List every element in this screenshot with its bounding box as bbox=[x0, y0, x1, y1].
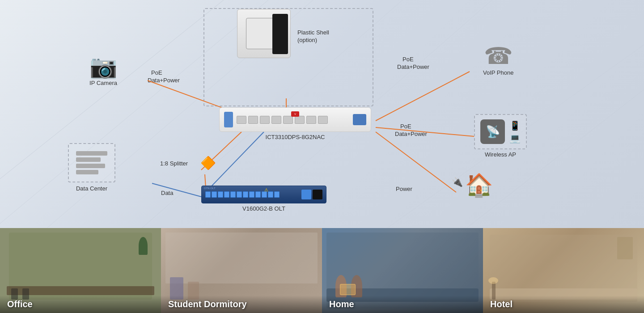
home-icon: 🏠 bbox=[465, 172, 493, 198]
voip-poe-label: PoE bbox=[402, 56, 414, 63]
dormitory-card[interactable]: Student Dormitory bbox=[161, 228, 322, 313]
wireless-ap-device: 📡 📱 💻 Wireless AP bbox=[474, 114, 527, 156]
plastic-shell-option-label: (option) bbox=[297, 37, 317, 43]
ip-camera-device: 📷 IP Camera bbox=[89, 54, 117, 86]
home-label: Home bbox=[322, 296, 483, 313]
switch-label: ICT3310DPS-8G2NAC bbox=[219, 134, 371, 140]
home-power-label: Power bbox=[396, 186, 412, 192]
office-label: Office bbox=[0, 296, 161, 313]
dormitory-label: Student Dormitory bbox=[161, 296, 322, 313]
splitter-label: 1:8 Splitter bbox=[160, 160, 188, 167]
svg-line-14 bbox=[376, 132, 456, 192]
plastic-shell-device bbox=[237, 9, 291, 58]
camera-label: IP Camera bbox=[89, 80, 117, 86]
ap-poe-label: PoE bbox=[400, 123, 411, 130]
voip-label: VoIP Phone bbox=[483, 69, 513, 76]
voip-phone-device: ☎ VoIP Phone bbox=[483, 42, 513, 76]
svg-line-15 bbox=[152, 183, 201, 197]
data-center-label: Data Center bbox=[68, 185, 115, 192]
scenario-strip: Office Student Dormitory bbox=[0, 228, 644, 313]
hotel-label: Hotel bbox=[483, 296, 644, 313]
camera-poe-label: PoE bbox=[151, 69, 162, 76]
wireless-ap-label: Wireless AP bbox=[474, 151, 527, 158]
olt-label: V1600G2-B OLT bbox=[201, 205, 326, 212]
olt-device: ⚠ OTN OLT V1600G2-B OLT bbox=[201, 186, 326, 210]
ict-switch-device: V ICT3310DPS-8G2NAC bbox=[219, 107, 371, 139]
camera-data-power-label: Data+Power bbox=[148, 77, 180, 84]
data-center-device: Data Center bbox=[68, 143, 115, 189]
power-outlet-icon: 🔌 bbox=[452, 177, 463, 187]
svg-line-12 bbox=[376, 72, 470, 121]
voip-data-power-label: Data+Power bbox=[397, 63, 429, 70]
data-label: Data bbox=[161, 190, 173, 196]
plastic-shell-label: Plastic Shell bbox=[297, 29, 329, 36]
splitter-icon: 🔶 bbox=[200, 156, 216, 170]
office-card[interactable]: Office bbox=[0, 228, 161, 313]
ap-data-power-label: Data+Power bbox=[395, 131, 427, 137]
home-card[interactable]: Home bbox=[322, 228, 483, 313]
hotel-card[interactable]: Hotel bbox=[483, 228, 644, 313]
